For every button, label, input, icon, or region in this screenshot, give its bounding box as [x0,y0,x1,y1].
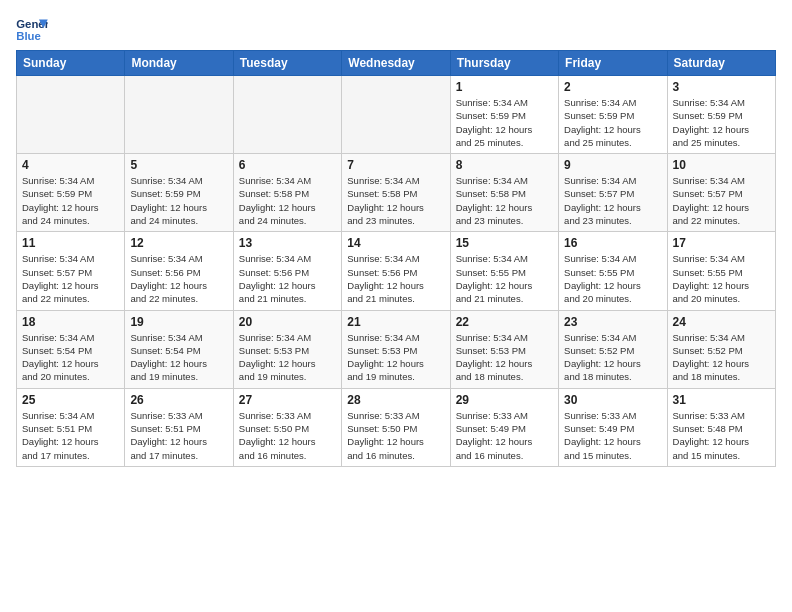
calendar-cell: 1Sunrise: 5:34 AMSunset: 5:59 PMDaylight… [450,76,558,154]
weekday-header-saturday: Saturday [667,51,775,76]
calendar-cell: 20Sunrise: 5:34 AMSunset: 5:53 PMDayligh… [233,310,341,388]
calendar-cell: 15Sunrise: 5:34 AMSunset: 5:55 PMDayligh… [450,232,558,310]
calendar-week-1: 1Sunrise: 5:34 AMSunset: 5:59 PMDaylight… [17,76,776,154]
day-number: 23 [564,315,661,329]
calendar-cell: 3Sunrise: 5:34 AMSunset: 5:59 PMDaylight… [667,76,775,154]
weekday-header-wednesday: Wednesday [342,51,450,76]
day-info: Sunrise: 5:34 AMSunset: 5:56 PMDaylight:… [347,252,444,305]
calendar-cell: 5Sunrise: 5:34 AMSunset: 5:59 PMDaylight… [125,154,233,232]
day-number: 20 [239,315,336,329]
calendar-cell: 19Sunrise: 5:34 AMSunset: 5:54 PMDayligh… [125,310,233,388]
calendar-cell [233,76,341,154]
day-info: Sunrise: 5:34 AMSunset: 5:58 PMDaylight:… [347,174,444,227]
logo-icon: General Blue [16,16,48,44]
calendar-cell: 7Sunrise: 5:34 AMSunset: 5:58 PMDaylight… [342,154,450,232]
day-number: 7 [347,158,444,172]
calendar-cell: 21Sunrise: 5:34 AMSunset: 5:53 PMDayligh… [342,310,450,388]
day-number: 9 [564,158,661,172]
calendar-week-2: 4Sunrise: 5:34 AMSunset: 5:59 PMDaylight… [17,154,776,232]
calendar-cell: 14Sunrise: 5:34 AMSunset: 5:56 PMDayligh… [342,232,450,310]
calendar-cell: 27Sunrise: 5:33 AMSunset: 5:50 PMDayligh… [233,388,341,466]
calendar-cell: 26Sunrise: 5:33 AMSunset: 5:51 PMDayligh… [125,388,233,466]
day-info: Sunrise: 5:34 AMSunset: 5:52 PMDaylight:… [564,331,661,384]
day-info: Sunrise: 5:34 AMSunset: 5:58 PMDaylight:… [456,174,553,227]
calendar-cell [17,76,125,154]
logo: General Blue [16,16,52,44]
day-number: 25 [22,393,119,407]
day-number: 19 [130,315,227,329]
day-info: Sunrise: 5:34 AMSunset: 5:54 PMDaylight:… [22,331,119,384]
calendar-cell: 10Sunrise: 5:34 AMSunset: 5:57 PMDayligh… [667,154,775,232]
calendar-cell: 25Sunrise: 5:34 AMSunset: 5:51 PMDayligh… [17,388,125,466]
day-number: 8 [456,158,553,172]
svg-text:Blue: Blue [16,30,41,42]
day-info: Sunrise: 5:34 AMSunset: 5:58 PMDaylight:… [239,174,336,227]
calendar-cell: 8Sunrise: 5:34 AMSunset: 5:58 PMDaylight… [450,154,558,232]
calendar-cell [342,76,450,154]
weekday-header-thursday: Thursday [450,51,558,76]
calendar-cell: 30Sunrise: 5:33 AMSunset: 5:49 PMDayligh… [559,388,667,466]
weekday-header-row: SundayMondayTuesdayWednesdayThursdayFrid… [17,51,776,76]
day-info: Sunrise: 5:34 AMSunset: 5:59 PMDaylight:… [456,96,553,149]
day-info: Sunrise: 5:34 AMSunset: 5:56 PMDaylight:… [130,252,227,305]
day-info: Sunrise: 5:33 AMSunset: 5:51 PMDaylight:… [130,409,227,462]
day-info: Sunrise: 5:34 AMSunset: 5:55 PMDaylight:… [673,252,770,305]
calendar-cell: 2Sunrise: 5:34 AMSunset: 5:59 PMDaylight… [559,76,667,154]
calendar-week-5: 25Sunrise: 5:34 AMSunset: 5:51 PMDayligh… [17,388,776,466]
day-info: Sunrise: 5:34 AMSunset: 5:57 PMDaylight:… [673,174,770,227]
day-info: Sunrise: 5:34 AMSunset: 5:54 PMDaylight:… [130,331,227,384]
day-info: Sunrise: 5:33 AMSunset: 5:48 PMDaylight:… [673,409,770,462]
day-info: Sunrise: 5:33 AMSunset: 5:49 PMDaylight:… [456,409,553,462]
day-info: Sunrise: 5:34 AMSunset: 5:59 PMDaylight:… [22,174,119,227]
calendar-cell: 23Sunrise: 5:34 AMSunset: 5:52 PMDayligh… [559,310,667,388]
day-number: 15 [456,236,553,250]
day-info: Sunrise: 5:34 AMSunset: 5:52 PMDaylight:… [673,331,770,384]
day-number: 18 [22,315,119,329]
calendar-cell: 24Sunrise: 5:34 AMSunset: 5:52 PMDayligh… [667,310,775,388]
day-number: 22 [456,315,553,329]
day-info: Sunrise: 5:34 AMSunset: 5:59 PMDaylight:… [564,96,661,149]
day-info: Sunrise: 5:33 AMSunset: 5:50 PMDaylight:… [347,409,444,462]
day-number: 29 [456,393,553,407]
day-number: 13 [239,236,336,250]
calendar-table: SundayMondayTuesdayWednesdayThursdayFrid… [16,50,776,467]
day-number: 26 [130,393,227,407]
day-number: 1 [456,80,553,94]
calendar-cell: 31Sunrise: 5:33 AMSunset: 5:48 PMDayligh… [667,388,775,466]
day-info: Sunrise: 5:34 AMSunset: 5:53 PMDaylight:… [456,331,553,384]
day-info: Sunrise: 5:34 AMSunset: 5:57 PMDaylight:… [564,174,661,227]
day-number: 17 [673,236,770,250]
day-info: Sunrise: 5:34 AMSunset: 5:55 PMDaylight:… [456,252,553,305]
page-header: General Blue [16,16,776,44]
day-number: 2 [564,80,661,94]
day-info: Sunrise: 5:33 AMSunset: 5:49 PMDaylight:… [564,409,661,462]
calendar-cell: 29Sunrise: 5:33 AMSunset: 5:49 PMDayligh… [450,388,558,466]
calendar-cell: 16Sunrise: 5:34 AMSunset: 5:55 PMDayligh… [559,232,667,310]
day-number: 12 [130,236,227,250]
day-info: Sunrise: 5:34 AMSunset: 5:59 PMDaylight:… [673,96,770,149]
day-number: 6 [239,158,336,172]
weekday-header-monday: Monday [125,51,233,76]
calendar-cell: 22Sunrise: 5:34 AMSunset: 5:53 PMDayligh… [450,310,558,388]
day-number: 14 [347,236,444,250]
day-info: Sunrise: 5:34 AMSunset: 5:55 PMDaylight:… [564,252,661,305]
day-info: Sunrise: 5:34 AMSunset: 5:53 PMDaylight:… [239,331,336,384]
weekday-header-sunday: Sunday [17,51,125,76]
day-number: 28 [347,393,444,407]
day-number: 30 [564,393,661,407]
calendar-cell: 6Sunrise: 5:34 AMSunset: 5:58 PMDaylight… [233,154,341,232]
calendar-cell: 12Sunrise: 5:34 AMSunset: 5:56 PMDayligh… [125,232,233,310]
day-info: Sunrise: 5:34 AMSunset: 5:57 PMDaylight:… [22,252,119,305]
day-number: 4 [22,158,119,172]
calendar-cell [125,76,233,154]
day-number: 27 [239,393,336,407]
calendar-cell: 13Sunrise: 5:34 AMSunset: 5:56 PMDayligh… [233,232,341,310]
day-number: 21 [347,315,444,329]
day-info: Sunrise: 5:34 AMSunset: 5:56 PMDaylight:… [239,252,336,305]
calendar-cell: 4Sunrise: 5:34 AMSunset: 5:59 PMDaylight… [17,154,125,232]
day-number: 3 [673,80,770,94]
day-info: Sunrise: 5:34 AMSunset: 5:53 PMDaylight:… [347,331,444,384]
weekday-header-friday: Friday [559,51,667,76]
day-number: 31 [673,393,770,407]
calendar-cell: 18Sunrise: 5:34 AMSunset: 5:54 PMDayligh… [17,310,125,388]
